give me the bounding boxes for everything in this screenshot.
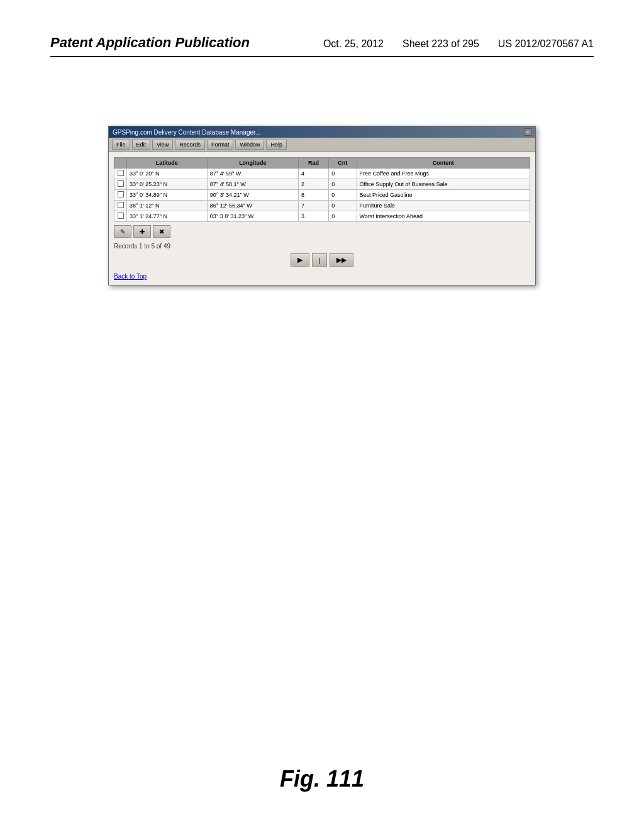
row-checkbox[interactable] xyxy=(118,213,124,219)
col-content: Content xyxy=(357,158,530,169)
toolbar-format[interactable]: Format xyxy=(207,140,234,150)
toolbar-edit[interactable]: Edit xyxy=(132,140,151,150)
row-rad: 2 xyxy=(299,179,329,190)
row-longitude: 87° 4' 58.1" W xyxy=(207,179,298,190)
delete-button[interactable]: ✖ xyxy=(153,225,170,238)
col-cnt: Cnt xyxy=(329,158,357,169)
table-row: 33° 0' 34.89" N90° 3' 34.21" W80Best Pri… xyxy=(114,190,530,201)
row-latitude: 33° 0' 25.23" N xyxy=(127,179,208,190)
table-row: 33° 1' 24.77" N03° 3 8' 31.23" W30Worst … xyxy=(114,211,530,222)
col-checkbox xyxy=(114,158,127,169)
table-row: 38° 1' 12" N86° 12' 56.34" W70Furniture … xyxy=(114,201,530,211)
row-latitude: 33° 1' 24.77" N xyxy=(127,211,208,222)
row-checkbox-cell xyxy=(114,169,127,179)
window-close-button[interactable]: × xyxy=(524,128,531,136)
row-content: Free Coffee and Free Mugs xyxy=(357,169,530,179)
nav-separator: | xyxy=(312,253,328,267)
row-checkbox-cell xyxy=(114,179,127,190)
row-checkbox-cell xyxy=(114,190,127,201)
row-rad: 4 xyxy=(299,169,329,179)
col-latitude: Latitude xyxy=(127,158,208,169)
row-cnt: 0 xyxy=(329,211,357,222)
row-checkbox[interactable] xyxy=(118,170,124,176)
figure-caption: Fig. 111 xyxy=(280,766,364,792)
back-to-top-link[interactable]: Back to Top xyxy=(114,273,530,280)
toolbar-view[interactable]: View xyxy=(152,140,173,150)
patent-header: Patent Application Publication Oct. 25, … xyxy=(50,35,594,57)
figure-area: GPSPing.com Delivery Content Database Ma… xyxy=(50,88,594,755)
patent-title: Patent Application Publication xyxy=(50,35,250,51)
row-content: Furniture Sale xyxy=(357,201,530,211)
toolbar-records[interactable]: Records xyxy=(175,140,205,150)
nav-next[interactable]: ▶ xyxy=(291,253,309,267)
row-content: Office Supply Out of Business Sale xyxy=(357,179,530,190)
row-latitude: 33° 0' 34.89" N xyxy=(127,190,208,201)
row-content: Worst Intersection Ahead xyxy=(357,211,530,222)
row-rad: 3 xyxy=(299,211,329,222)
toolbar-help[interactable]: Help xyxy=(266,140,287,150)
toolbar-window[interactable]: Window xyxy=(235,140,264,150)
table-header-row: Latitude Longitude Rad Cnt Content xyxy=(114,158,530,169)
row-latitude: 33° 0' 20" N xyxy=(127,169,208,179)
row-cnt: 0 xyxy=(329,169,357,179)
patent-meta: Oct. 25, 2012 Sheet 223 of 295 US 2012/0… xyxy=(323,38,594,50)
action-buttons: ✎ ✚ ✖ xyxy=(114,225,530,238)
col-longitude: Longitude xyxy=(207,158,298,169)
patent-sheet: Sheet 223 of 295 xyxy=(402,38,479,50)
col-rad: Rad xyxy=(299,158,329,169)
row-checkbox[interactable] xyxy=(118,202,124,208)
row-longitude: 87° 4' 59" W xyxy=(207,169,298,179)
row-rad: 8 xyxy=(299,190,329,201)
table-row: 33° 0' 25.23" N87° 4' 58.1" W20Office Su… xyxy=(114,179,530,190)
patent-number: US 2012/0270567 A1 xyxy=(498,38,594,50)
row-checkbox[interactable] xyxy=(118,191,124,197)
row-cnt: 0 xyxy=(329,179,357,190)
edit-button[interactable]: ✎ xyxy=(114,225,131,238)
row-longitude: 90° 3' 34.21" W xyxy=(207,190,298,201)
row-rad: 7 xyxy=(299,201,329,211)
row-checkbox[interactable] xyxy=(118,180,124,187)
toolbar-file[interactable]: File xyxy=(112,140,130,150)
window-toolbar: File Edit View Records Format Window Hel… xyxy=(109,138,535,152)
data-table: Latitude Longitude Rad Cnt Content 33° 0… xyxy=(114,157,530,222)
patent-date: Oct. 25, 2012 xyxy=(323,38,384,50)
records-info: Records 1 to 5 of 49 xyxy=(114,243,530,250)
row-latitude: 38° 1' 12" N xyxy=(127,201,208,211)
row-cnt: 0 xyxy=(329,190,357,201)
row-cnt: 0 xyxy=(329,201,357,211)
nav-last[interactable]: ▶▶ xyxy=(330,253,353,267)
window-content: Latitude Longitude Rad Cnt Content 33° 0… xyxy=(109,152,535,285)
row-longitude: 86° 12' 56.34" W xyxy=(207,201,298,211)
add-button[interactable]: ✚ xyxy=(133,225,151,238)
window-titlebar: GPSPing.com Delivery Content Database Ma… xyxy=(109,126,535,138)
row-longitude: 03° 3 8' 31.23" W xyxy=(207,211,298,222)
nav-buttons: ▶ | ▶▶ xyxy=(114,253,530,267)
application-window: GPSPing.com Delivery Content Database Ma… xyxy=(108,126,536,285)
window-title: GPSPing.com Delivery Content Database Ma… xyxy=(113,129,260,136)
row-content: Best Priced Gasoline xyxy=(357,190,530,201)
table-row: 33° 0' 20" N87° 4' 59" W40Free Coffee an… xyxy=(114,169,530,179)
row-checkbox-cell xyxy=(114,201,127,211)
row-checkbox-cell xyxy=(114,211,127,222)
